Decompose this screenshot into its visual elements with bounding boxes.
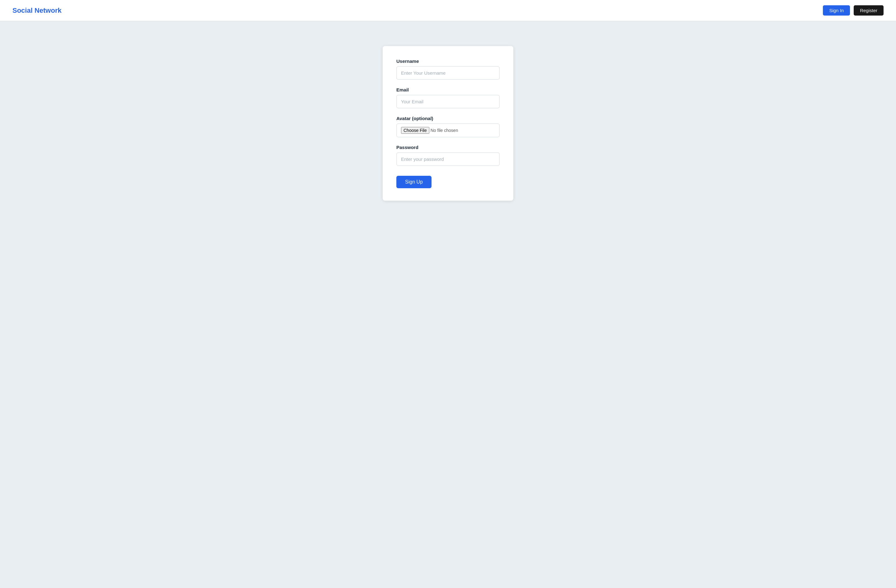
main-content: Username Email Avatar (optional) Passwor… xyxy=(0,21,896,588)
username-label: Username xyxy=(396,58,500,64)
password-input[interactable] xyxy=(396,152,500,166)
avatar-group: Avatar (optional) xyxy=(396,116,500,137)
navbar-buttons: Sign In Register xyxy=(823,5,884,15)
brand-logo[interactable]: Social Network xyxy=(12,6,62,15)
username-input[interactable] xyxy=(396,66,500,80)
password-group: Password xyxy=(396,145,500,166)
signup-form-card: Username Email Avatar (optional) Passwor… xyxy=(382,46,514,201)
avatar-file-input[interactable] xyxy=(401,127,483,134)
signup-button[interactable]: Sign Up xyxy=(396,176,431,188)
signin-button[interactable]: Sign In xyxy=(823,5,850,15)
navbar: Social Network Sign In Register xyxy=(0,0,896,21)
avatar-file-wrapper[interactable] xyxy=(396,123,500,137)
avatar-label: Avatar (optional) xyxy=(396,116,500,121)
register-button[interactable]: Register xyxy=(854,5,884,15)
username-group: Username xyxy=(396,58,500,80)
email-group: Email xyxy=(396,87,500,108)
email-label: Email xyxy=(396,87,500,92)
email-input[interactable] xyxy=(396,95,500,108)
password-label: Password xyxy=(396,145,500,150)
